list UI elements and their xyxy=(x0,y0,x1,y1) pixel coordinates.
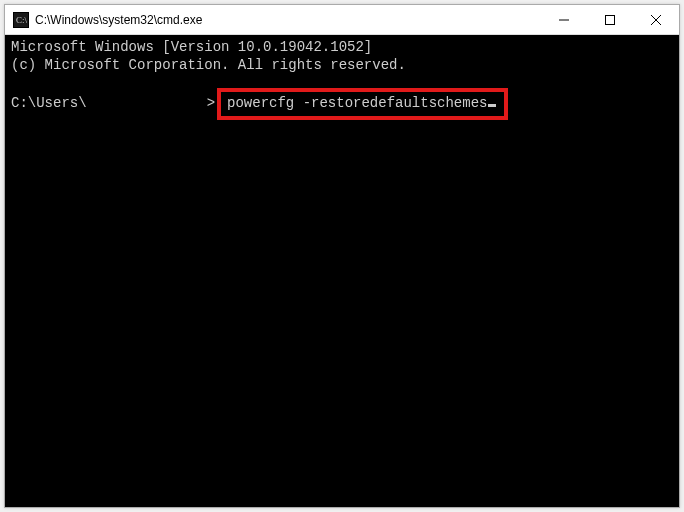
prompt-path-prefix: C:\Users\ xyxy=(11,95,87,113)
maximize-icon xyxy=(605,15,615,25)
cmd-window: C:\ C:\Windows\system32\cmd.exe Microsof… xyxy=(4,4,680,508)
text-cursor xyxy=(488,104,496,107)
version-line: Microsoft Windows [Version 10.0.19042.10… xyxy=(11,39,673,57)
svg-rect-4 xyxy=(606,15,615,24)
close-icon xyxy=(651,15,661,25)
prompt-caret: > xyxy=(207,95,215,113)
maximize-button[interactable] xyxy=(587,5,633,34)
command-highlight: powercfg -restoredefaultschemes xyxy=(217,88,508,120)
close-button[interactable] xyxy=(633,5,679,34)
terminal-area[interactable]: Microsoft Windows [Version 10.0.19042.10… xyxy=(5,35,679,507)
copyright-line: (c) Microsoft Corporation. All rights re… xyxy=(11,57,673,75)
window-title: C:\Windows\system32\cmd.exe xyxy=(35,13,541,27)
minimize-button[interactable] xyxy=(541,5,587,34)
svg-text:C:\: C:\ xyxy=(16,15,28,25)
cmd-icon: C:\ xyxy=(13,12,29,28)
titlebar[interactable]: C:\ C:\Windows\system32\cmd.exe xyxy=(5,5,679,35)
command-text: powercfg -restoredefaultschemes xyxy=(227,95,487,113)
window-controls xyxy=(541,5,679,34)
redacted-username xyxy=(87,97,207,111)
minimize-icon xyxy=(559,15,569,25)
prompt-line: C:\Users\> powercfg -restoredefaultschem… xyxy=(11,88,673,120)
